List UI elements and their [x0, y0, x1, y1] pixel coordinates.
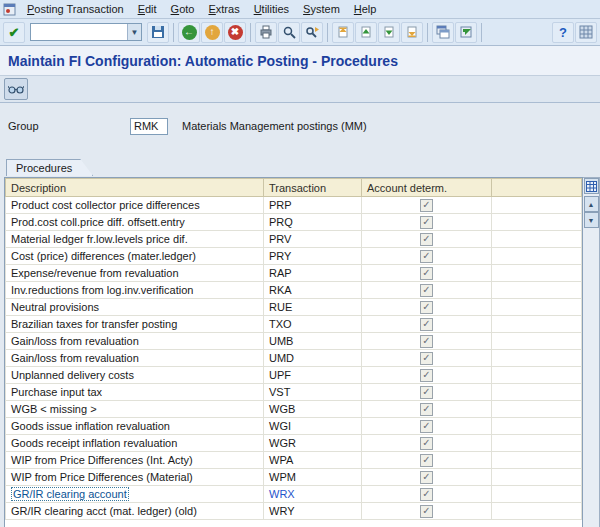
cancel-button[interactable]: ✖: [224, 22, 246, 43]
find-button[interactable]: [278, 22, 300, 43]
column-header-account-determ[interactable]: Account determ.: [362, 179, 492, 197]
row-transaction[interactable]: PRP: [264, 197, 362, 214]
row-description[interactable]: Cost (price) differences (mater.ledger): [6, 248, 264, 265]
row-account-determ-cell: ✓: [362, 418, 492, 435]
menu-utilities[interactable]: Utilities: [247, 2, 296, 16]
group-field[interactable]: RMK: [130, 118, 168, 135]
table-row[interactable]: Neutral provisionsRUE✓: [6, 299, 582, 316]
menu-system[interactable]: System: [296, 2, 347, 16]
row-transaction[interactable]: WRX: [264, 486, 362, 503]
back-button[interactable]: ←: [178, 22, 200, 43]
row-description[interactable]: Brazilian taxes for transfer posting: [6, 316, 264, 333]
command-field[interactable]: ▼: [30, 23, 142, 41]
row-account-determ-cell: ✓: [362, 384, 492, 401]
row-transaction[interactable]: WPM: [264, 469, 362, 486]
row-description[interactable]: Prod.cost coll.price diff. offsett.entry: [6, 214, 264, 231]
menu-posting-transaction[interactable]: Posting Transaction: [20, 2, 131, 16]
print-button[interactable]: [255, 22, 277, 43]
create-session-button[interactable]: [432, 22, 454, 43]
row-transaction[interactable]: VST: [264, 384, 362, 401]
exit-button[interactable]: ↑: [201, 22, 223, 43]
table-row[interactable]: Expense/revenue from revaluationRAP✓: [6, 265, 582, 282]
scroll-up-button[interactable]: ▲: [584, 196, 599, 212]
find-next-button[interactable]: [301, 22, 323, 43]
row-description[interactable]: GR/IR clearing account: [6, 486, 264, 503]
row-description[interactable]: Gain/loss from revaluation: [6, 350, 264, 367]
row-description[interactable]: Material ledger fr.low.levels price dif.: [6, 231, 264, 248]
enter-button[interactable]: ✔: [3, 22, 25, 43]
row-transaction[interactable]: RKA: [264, 282, 362, 299]
row-filler: [492, 248, 582, 265]
row-description[interactable]: WGB < missing >: [6, 401, 264, 418]
menu-help[interactable]: Help: [347, 2, 384, 16]
table-row[interactable]: Gain/loss from revaluationUMD✓: [6, 350, 582, 367]
row-transaction[interactable]: WPA: [264, 452, 362, 469]
row-description[interactable]: Goods receipt inflation revaluation: [6, 435, 264, 452]
scrollbar-track[interactable]: [583, 228, 599, 527]
row-transaction[interactable]: WGR: [264, 435, 362, 452]
row-transaction[interactable]: UMB: [264, 333, 362, 350]
display-change-button[interactable]: [4, 78, 28, 100]
previous-page-button[interactable]: [355, 22, 377, 43]
table-row[interactable]: Unplanned delivery costsUPF✓: [6, 367, 582, 384]
tab-procedures[interactable]: Procedures: [6, 159, 93, 176]
last-page-button[interactable]: [401, 22, 423, 43]
row-filler: [492, 197, 582, 214]
help-button[interactable]: ?: [552, 22, 574, 43]
table-row[interactable]: WIP from Price Differences (Material)WPM…: [6, 469, 582, 486]
row-description[interactable]: Product cost collector price differences: [6, 197, 264, 214]
create-shortcut-button[interactable]: [455, 22, 477, 43]
table-row[interactable]: Goods issue inflation revaluationWGI✓: [6, 418, 582, 435]
row-description[interactable]: Unplanned delivery costs: [6, 367, 264, 384]
row-transaction[interactable]: RAP: [264, 265, 362, 282]
table-row[interactable]: WGB < missing >WGB✓: [6, 401, 582, 418]
row-description[interactable]: WIP from Price Differences (Int. Acty): [6, 452, 264, 469]
row-description[interactable]: WIP from Price Differences (Material): [6, 469, 264, 486]
table-row[interactable]: Brazilian taxes for transfer postingTXO✓: [6, 316, 582, 333]
column-header-transaction[interactable]: Transaction: [264, 179, 362, 197]
row-description[interactable]: Goods issue inflation revaluation: [6, 418, 264, 435]
row-description[interactable]: Neutral provisions: [6, 299, 264, 316]
row-transaction[interactable]: UPF: [264, 367, 362, 384]
row-transaction[interactable]: WRY: [264, 503, 362, 520]
table-row[interactable]: Material ledger fr.low.levels price dif.…: [6, 231, 582, 248]
table-row[interactable]: Inv.reductions from log.inv.verification…: [6, 282, 582, 299]
table-row[interactable]: GR/IR clearing acct (mat. ledger) (old)W…: [6, 503, 582, 520]
menu-extras[interactable]: Extras: [201, 2, 246, 16]
table-row[interactable]: Gain/loss from revaluationUMB✓: [6, 333, 582, 350]
menu-bar: Posting Transaction Edit Goto Extras Uti…: [0, 0, 600, 19]
table-row[interactable]: Prod.cost coll.price diff. offsett.entry…: [6, 214, 582, 231]
first-page-button[interactable]: [332, 22, 354, 43]
table-row[interactable]: Product cost collector price differences…: [6, 197, 582, 214]
row-transaction[interactable]: WGI: [264, 418, 362, 435]
row-description[interactable]: GR/IR clearing acct (mat. ledger) (old): [6, 503, 264, 520]
row-transaction[interactable]: PRV: [264, 231, 362, 248]
table-row[interactable]: Purchase input taxVST✓: [6, 384, 582, 401]
row-description[interactable]: Purchase input tax: [6, 384, 264, 401]
row-description[interactable]: Inv.reductions from log.inv.verification: [6, 282, 264, 299]
table-scrollbar[interactable]: ▲ ▼: [583, 177, 600, 527]
table-row[interactable]: Cost (price) differences (mater.ledger)P…: [6, 248, 582, 265]
chevron-down-icon[interactable]: ▼: [127, 24, 141, 40]
table-row[interactable]: GR/IR clearing accountWRX✓: [6, 486, 582, 503]
row-description[interactable]: Expense/revenue from revaluation: [6, 265, 264, 282]
command-input[interactable]: [31, 24, 127, 40]
row-transaction[interactable]: UMD: [264, 350, 362, 367]
next-page-button[interactable]: [378, 22, 400, 43]
table-configuration-button[interactable]: [584, 178, 599, 194]
row-description[interactable]: Gain/loss from revaluation: [6, 333, 264, 350]
scroll-down-button[interactable]: ▼: [584, 212, 599, 228]
row-transaction[interactable]: PRY: [264, 248, 362, 265]
table-row[interactable]: WIP from Price Differences (Int. Acty)WP…: [6, 452, 582, 469]
table-row[interactable]: Goods receipt inflation revaluationWGR✓: [6, 435, 582, 452]
menu-edit[interactable]: Edit: [131, 2, 164, 16]
save-button[interactable]: [147, 22, 169, 43]
row-transaction[interactable]: RUE: [264, 299, 362, 316]
row-transaction[interactable]: PRQ: [264, 214, 362, 231]
toolbar-separator: [481, 23, 482, 42]
column-header-description[interactable]: Description: [6, 179, 264, 197]
row-transaction[interactable]: WGB: [264, 401, 362, 418]
customize-layout-button[interactable]: [575, 22, 597, 43]
row-transaction[interactable]: TXO: [264, 316, 362, 333]
menu-goto[interactable]: Goto: [164, 2, 202, 16]
